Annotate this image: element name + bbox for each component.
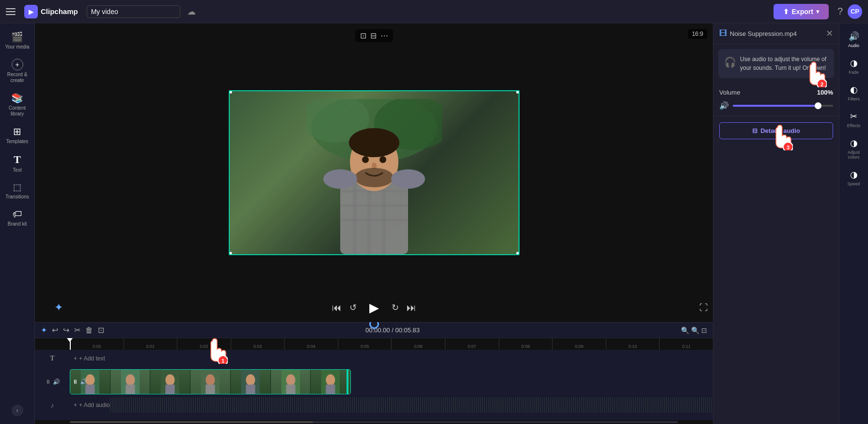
fade-tab-label: Fade [849,70,859,75]
sidebar-item-brand-kit[interactable]: 🏷 Brand kit [2,205,33,231]
zoom-in-button[interactable]: 🔍 [691,326,699,334]
person-silhouette [306,99,442,254]
content-library-label: Content library [5,105,30,117]
redo-button[interactable]: ↪ [63,326,69,335]
clip-thumbnails [70,370,350,394]
volume-value: 100% [817,89,833,96]
file-name: Noise Suppression.mp4 [730,30,797,37]
video-clip[interactable]: ⏸ 🔊 [70,369,351,394]
speed-tab-icon: ◑ [850,169,858,180]
fade-panel-tab[interactable]: ◑ Fade [841,54,867,79]
add-text-button[interactable]: + + Add text [70,355,109,362]
help-icon[interactable]: ? [837,6,843,17]
ruler-mark-0: 0:00 [70,338,124,350]
content-library-icon: 📚 [11,92,23,104]
templates-label: Templates [6,139,29,145]
playhead[interactable] [70,338,71,350]
svg-point-17 [391,169,425,189]
volume-section: Volume 100% 🔊 [713,83,839,116]
skip-forward-button[interactable]: ⏭ [407,302,416,313]
svg-rect-23 [126,385,135,394]
magic-edit-button[interactable]: ✦ [54,301,63,314]
sidebar-item-templates[interactable]: ⊞ Templates [2,122,33,148]
ruler-mark-8: 0:08 [499,338,552,350]
volume-slider-thumb[interactable] [815,102,821,109]
crop-button[interactable]: ⊡ [360,31,366,40]
current-time: 00:00.00 [365,326,390,334]
undo-button[interactable]: ↩ [52,326,58,335]
filters-tab-label: Filters [848,97,860,101]
audio-track-label: ♪ [35,401,70,409]
aspect-ratio-display: 16:9 [688,29,707,39]
video-title[interactable] [87,5,180,18]
add-audio-plus: + [74,402,77,408]
audio-track-icon: ♪ [51,401,54,409]
sidebar-item-content-library[interactable]: 📚 Content library [2,88,33,121]
play-button[interactable]: ▶ [364,298,384,317]
transitions-label: Transitions [5,194,29,200]
svg-point-13 [379,156,386,163]
sidebar-item-text[interactable]: T Text [2,149,33,177]
clip-audio-icon[interactable]: 🔊 [80,378,87,385]
text-track: T + + Add text [35,350,713,367]
user-avatar[interactable]: CP [848,4,862,19]
corner-handle-tr[interactable] [516,90,520,94]
delete-button[interactable]: 🗑 [85,326,93,335]
detach-icon: ⊟ [752,127,758,134]
video-audio-icon[interactable]: 🔊 [53,378,60,385]
svg-rect-26 [166,385,175,394]
volume-slider[interactable] [733,105,833,107]
svg-point-37 [326,375,335,386]
sidebar-item-your-media[interactable]: 🎬 Your media [2,27,33,54]
cut-button[interactable]: ✂ [74,326,80,335]
zoom-out-button[interactable]: 🔍 [681,326,689,334]
forward-button[interactable]: ↻ [392,302,399,313]
clip-end-marker [347,370,348,394]
video-track-content[interactable]: ⏸ 🔊 [70,369,713,395]
resize-button[interactable]: ⊟ [370,31,377,40]
svg-point-16 [323,169,357,189]
add-to-timeline-button[interactable]: ✦ [41,326,47,335]
more-button[interactable]: ⋯ [380,31,388,40]
detach-audio-button[interactable]: ⊟ Detach audio [719,122,833,139]
svg-rect-29 [205,385,215,394]
rewind-button[interactable]: ↺ [349,302,357,313]
speed-panel-tab[interactable]: ◑ Speed [841,165,867,190]
detach-section: ⊟ Detach audio [713,116,839,145]
file-icon: 🎞 [719,29,727,38]
corner-handle-tl[interactable] [229,90,232,94]
sidebar-item-record-create[interactable]: + Record & create [2,55,33,87]
adjust-colors-panel-tab[interactable]: ◑ Adjust colors [841,134,867,163]
svg-point-22 [126,375,135,386]
text-track-content: + + Add text [70,350,713,367]
add-audio-button[interactable]: + + Add audio [70,402,114,408]
export-button[interactable]: ⬆ Export ▾ [773,4,829,19]
fullscreen-button[interactable]: ⛶ [699,303,708,313]
total-time: 00:05.83 [395,326,420,334]
skip-back-button[interactable]: ⏮ [332,302,342,313]
video-mute-icon[interactable]: ⏸ [45,378,51,385]
video-frame [229,90,520,255]
sidebar-expand[interactable]: › [12,405,23,416]
timeline-scrollbar[interactable] [35,420,713,424]
sidebar-item-transitions[interactable]: ⬚ Transitions [2,178,33,204]
hamburger-menu[interactable] [6,5,19,18]
timeline-ruler: 0:00 0:01 0:02 0:03 0:04 0:05 0:06 0:07 … [35,338,713,350]
filters-panel-tab[interactable]: ◐ Filters [841,81,867,105]
close-panel-button[interactable]: ✕ [826,28,833,39]
duplicate-button[interactable]: ⊡ [98,326,104,335]
zoom-fit-button[interactable]: ⊡ [701,326,707,334]
clip-pause-icon[interactable]: ⏸ [72,378,78,385]
audio-track: ♪ + + Add audio [35,396,713,414]
corner-handle-bl[interactable] [229,252,232,255]
svg-point-34 [286,375,295,386]
video-background [230,91,519,254]
effects-panel-tab[interactable]: ✂ Effects [841,107,867,132]
scrollbar-thumb[interactable] [70,421,313,423]
ruler-marks: 0:00 0:01 0:02 0:03 0:04 0:05 0:06 0:07 … [70,338,713,350]
add-text-label: + Add text [79,355,105,362]
brand-kit-icon: 🏷 [13,209,22,220]
corner-handle-br[interactable] [516,252,520,255]
audio-panel-tab[interactable]: 🔊 Audio [841,27,867,52]
preview-toolbar: ⊡ ⊟ ⋯ [355,29,393,42]
